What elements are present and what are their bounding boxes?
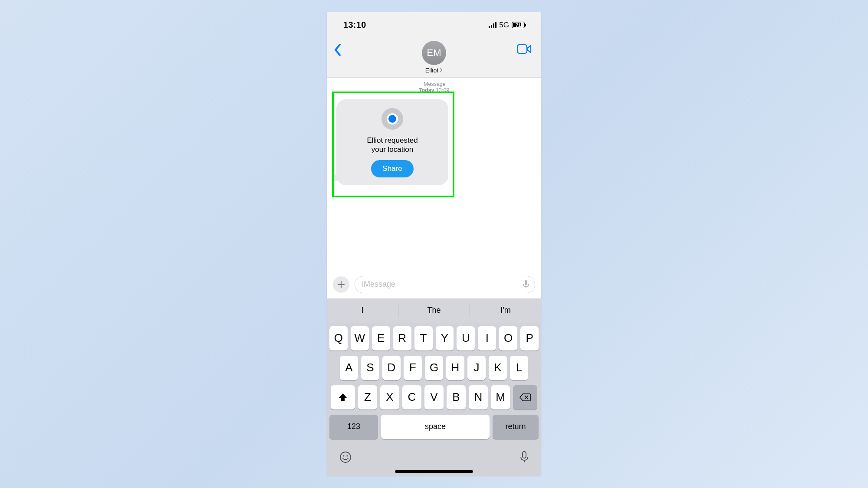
svg-rect-10 <box>523 452 526 458</box>
keyboard-dictation-button[interactable] <box>519 451 529 465</box>
key-v[interactable]: V <box>424 385 444 409</box>
service-label: iMessage <box>327 81 541 87</box>
key-k[interactable]: K <box>489 356 507 380</box>
shift-icon <box>338 393 348 402</box>
status-time: 13:10 <box>343 20 366 30</box>
status-bar: 13:10 5G 71 <box>327 12 541 38</box>
chevron-right-icon <box>439 68 443 72</box>
video-camera-icon <box>517 44 532 54</box>
battery-icon: 71 <box>512 22 525 28</box>
key-u[interactable]: U <box>457 326 475 350</box>
key-row-3: Z X C V B N M <box>329 385 539 409</box>
suggestion-1[interactable]: I <box>327 298 398 323</box>
key-i[interactable]: I <box>478 326 496 350</box>
key-g[interactable]: G <box>425 356 443 380</box>
key-b[interactable]: B <box>447 385 466 409</box>
key-n[interactable]: N <box>469 385 488 409</box>
iphone-screenshot: 13:10 5G 71 EM Elliot <box>327 12 541 476</box>
key-j[interactable]: J <box>467 356 486 380</box>
message-placeholder: iMessage <box>362 280 395 289</box>
emoji-button[interactable] <box>339 451 352 465</box>
key-row-1: Q W E R T Y U I O P <box>329 326 539 350</box>
key-r[interactable]: R <box>393 326 411 350</box>
key-l[interactable]: L <box>510 356 528 380</box>
key-w[interactable]: W <box>351 326 369 350</box>
share-location-button[interactable]: Share <box>371 160 413 177</box>
contact-name-button[interactable]: Elliot <box>425 67 443 74</box>
key-p[interactable]: P <box>520 326 539 350</box>
key-c[interactable]: C <box>402 385 421 409</box>
chevron-left-icon <box>334 43 342 56</box>
battery-percent: 71 <box>516 23 521 28</box>
messages-area: iMessage Today 13:09 Elliot requested yo… <box>327 78 541 272</box>
keyboard: I The I'm Q W E R T Y U I O P A S D <box>327 298 541 476</box>
timestamp-label: Today 13:09 <box>327 87 541 93</box>
key-numbers[interactable]: 123 <box>329 415 378 439</box>
key-t[interactable]: T <box>414 326 433 350</box>
keyboard-bottom-bar <box>327 444 541 469</box>
cellular-signal-icon <box>489 22 496 28</box>
plus-icon <box>337 280 345 289</box>
key-y[interactable]: Y <box>436 326 454 350</box>
key-x[interactable]: X <box>380 385 399 409</box>
key-d[interactable]: D <box>382 356 401 380</box>
key-s[interactable]: S <box>361 356 379 380</box>
suggestion-2[interactable]: The <box>398 298 470 323</box>
key-o[interactable]: O <box>499 326 517 350</box>
svg-rect-0 <box>517 45 527 53</box>
facetime-button[interactable] <box>517 44 532 56</box>
key-z[interactable]: Z <box>358 385 377 409</box>
location-request-bubble: Elliot requested your location Share <box>336 99 448 186</box>
location-request-text: Elliot requested your location <box>367 136 418 154</box>
contact-avatar[interactable]: EM <box>422 41 446 65</box>
svg-point-7 <box>340 452 351 462</box>
key-e[interactable]: E <box>372 326 390 350</box>
suggestion-bar: I The I'm <box>327 298 541 323</box>
compose-bar: iMessage <box>327 272 541 298</box>
key-space[interactable]: space <box>381 415 490 439</box>
svg-point-8 <box>343 455 344 456</box>
attach-button[interactable] <box>333 276 349 293</box>
microphone-icon <box>519 451 529 464</box>
key-f[interactable]: F <box>404 356 422 380</box>
back-button[interactable] <box>334 43 342 58</box>
network-type: 5G <box>499 21 509 29</box>
emoji-icon <box>339 451 352 464</box>
dictation-icon[interactable] <box>523 280 529 289</box>
key-return[interactable]: return <box>493 415 539 439</box>
svg-point-9 <box>346 455 348 456</box>
location-icon <box>381 108 403 130</box>
key-backspace[interactable] <box>513 385 537 409</box>
conversation-header: EM Elliot <box>327 38 541 78</box>
key-shift[interactable] <box>331 385 355 409</box>
svg-rect-3 <box>525 280 527 285</box>
status-indicators: 5G 71 <box>489 21 525 29</box>
key-h[interactable]: H <box>446 356 464 380</box>
home-indicator[interactable] <box>395 470 473 473</box>
message-input[interactable]: iMessage <box>355 276 535 293</box>
key-row-2: A S D F G H J K L <box>329 356 539 380</box>
key-q[interactable]: Q <box>329 326 348 350</box>
key-m[interactable]: M <box>491 385 510 409</box>
suggestion-3[interactable]: I'm <box>470 298 541 323</box>
key-row-4: 123 space return <box>329 415 539 439</box>
key-a[interactable]: A <box>340 356 358 380</box>
backspace-icon <box>519 393 531 402</box>
contact-name-label: Elliot <box>425 67 438 74</box>
